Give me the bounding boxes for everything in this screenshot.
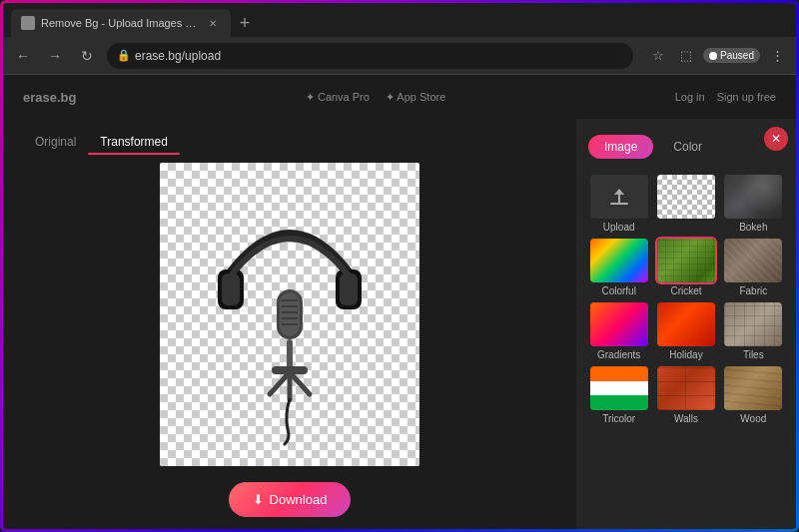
image-toggle[interactable]: Image	[588, 135, 653, 159]
type-toggle: Image Color	[588, 135, 784, 159]
bg-thumb-colorful	[590, 239, 648, 282]
download-button[interactable]: ⬇ Download	[229, 482, 352, 517]
bg-label-tricolor: Tricolor	[602, 413, 635, 424]
reload-button[interactable]: ↻	[75, 44, 99, 68]
nav-canva-pro[interactable]: ✦ Canva Pro	[306, 91, 370, 104]
svg-rect-5	[280, 292, 300, 336]
svg-rect-1	[222, 273, 240, 305]
download-icon: ⬇	[253, 492, 264, 507]
left-panel: Original Transformed	[3, 119, 576, 529]
browser-tab[interactable]: Remove Bg - Upload Images to... ✕	[11, 9, 231, 37]
bg-thumb-tiles	[724, 302, 782, 346]
bg-label-holiday: Holiday	[669, 349, 702, 360]
address-input[interactable]: 🔒 erase.bg/upload	[107, 43, 633, 69]
app-header-actions: Log in Sign up free	[675, 91, 776, 103]
bg-colorful[interactable]: Colorful	[588, 239, 649, 296]
bg-label-gradients: Gradients	[597, 349, 640, 360]
forward-button[interactable]: →	[43, 44, 67, 68]
svg-rect-11	[287, 339, 293, 369]
right-panel: ✕ Image Color	[576, 119, 796, 529]
svg-line-13	[270, 372, 290, 394]
extension-icon[interactable]: ⬚	[675, 45, 697, 67]
bg-thumb-transparent	[657, 175, 715, 219]
bg-thumb-cricket	[657, 239, 715, 282]
canva-pro-label: ✦ Canva Pro	[306, 91, 370, 104]
bg-bokeh[interactable]: Bokeh	[723, 175, 784, 233]
bg-label-bokeh: Bokeh	[739, 222, 767, 233]
download-label: Download	[270, 492, 328, 507]
bg-thumb-walls	[657, 366, 715, 410]
bg-thumb-bokeh	[724, 175, 782, 219]
tab-favicon	[21, 16, 35, 30]
app-content: erase.bg ✦ Canva Pro ✦ App Store Log in …	[3, 75, 796, 529]
bg-label-fabric: Fabric	[739, 285, 767, 296]
bg-tiles[interactable]: Tiles	[723, 302, 784, 360]
bg-wood[interactable]: Wood	[723, 366, 784, 424]
close-icon: ✕	[771, 132, 781, 146]
bg-cricket[interactable]: Cricket	[655, 239, 716, 296]
login-button[interactable]: Log in	[675, 91, 705, 103]
app-logo: erase.bg	[23, 90, 76, 105]
bg-label-tiles: Tiles	[743, 349, 764, 360]
color-toggle[interactable]: Color	[657, 135, 718, 159]
paused-label: Paused	[720, 50, 754, 61]
bg-thumb-fabric	[724, 239, 782, 282]
upload-label: Upload	[603, 222, 635, 233]
address-bar: ← → ↻ 🔒 erase.bg/upload ☆ ⬚ Paused ⋮	[3, 37, 796, 75]
app-header: erase.bg ✦ Canva Pro ✦ App Store Log in …	[3, 75, 796, 119]
main-area: Original Transformed	[3, 119, 796, 529]
tab-title: Remove Bg - Upload Images to...	[41, 17, 199, 29]
app-store-label: ✦ App Store	[386, 91, 445, 104]
paused-badge: Paused	[703, 48, 760, 63]
bg-fabric[interactable]: Fabric	[723, 239, 784, 296]
svg-rect-16	[610, 203, 628, 205]
bg-holiday[interactable]: Holiday	[655, 302, 716, 360]
bg-transparent[interactable]	[655, 175, 716, 233]
subject-image	[160, 163, 419, 466]
address-text: erase.bg/upload	[135, 49, 221, 63]
bg-label-wood: Wood	[740, 413, 766, 424]
nav-app-store[interactable]: ✦ App Store	[386, 91, 445, 104]
bg-thumb-wood	[724, 366, 782, 410]
bookmark-icon[interactable]: ☆	[647, 45, 669, 67]
bg-thumb-gradients	[590, 302, 648, 346]
tab-bar: Remove Bg - Upload Images to... ✕ +	[3, 3, 796, 37]
close-button[interactable]: ✕	[764, 127, 788, 151]
bg-gradients[interactable]: Gradients	[588, 302, 649, 360]
bg-tricolor[interactable]: Tricolor	[588, 366, 649, 424]
image-canvas	[160, 163, 419, 466]
back-button[interactable]: ←	[11, 44, 35, 68]
bg-walls[interactable]: Walls	[655, 366, 716, 424]
bg-label-walls: Walls	[674, 413, 698, 424]
tab-close-button[interactable]: ✕	[205, 15, 221, 31]
upload-icon-box	[590, 175, 648, 219]
view-tabs: Original Transformed	[23, 131, 180, 153]
bg-label-cricket: Cricket	[670, 285, 701, 296]
bg-thumb-holiday	[657, 302, 715, 346]
signup-button[interactable]: Sign up free	[717, 91, 776, 103]
svg-rect-3	[340, 273, 358, 305]
tab-transformed[interactable]: Transformed	[88, 131, 180, 153]
tab-original[interactable]: Original	[23, 131, 88, 153]
background-grid: Upload	[588, 175, 784, 424]
bg-thumb-tricolor	[590, 366, 648, 410]
app-header-nav: ✦ Canva Pro ✦ App Store	[96, 91, 654, 104]
upload-item[interactable]: Upload	[588, 175, 649, 233]
address-icons: ☆ ⬚ Paused ⋮	[647, 45, 788, 67]
bg-label-colorful: Colorful	[601, 285, 635, 296]
new-tab-button[interactable]: +	[231, 9, 259, 37]
svg-line-14	[290, 372, 310, 394]
menu-icon[interactable]: ⋮	[766, 45, 788, 67]
